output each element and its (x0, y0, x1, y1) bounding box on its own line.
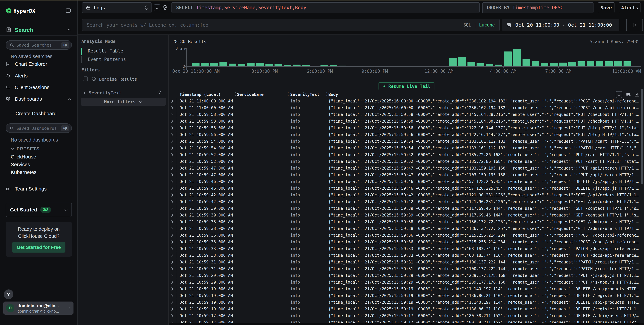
column-header-severitytext[interactable]: SeverityText (290, 92, 325, 97)
histogram-bar[interactable] (274, 64, 282, 66)
row-expand-chevron-icon[interactable] (171, 193, 175, 197)
row-expand-chevron-icon[interactable] (171, 146, 175, 150)
row-expand-chevron-icon[interactable] (171, 132, 175, 137)
row-expand-chevron-icon[interactable] (171, 173, 175, 177)
histogram-bar[interactable] (330, 65, 337, 66)
row-expand-chevron-icon[interactable] (171, 314, 175, 318)
histogram-bar[interactable] (476, 63, 484, 66)
table-row[interactable]: Oct 21 10:59:36.000 AM info {"time_local… (169, 232, 644, 239)
create-dashboard-button[interactable]: Create Dashboard (6, 111, 72, 117)
table-row[interactable]: Oct 21 10:59:38.000 AM info {"time_local… (169, 225, 644, 232)
source-select[interactable]: Logs (82, 2, 152, 13)
vertical-scrollbar[interactable] (641, 89, 643, 184)
histogram-bar[interactable] (624, 61, 631, 66)
histogram-bars[interactable] (191, 49, 641, 66)
column-resize-handle[interactable]: ⋮ (286, 92, 288, 96)
table-row[interactable]: Oct 21 10:59:46.000 AM info {"time_local… (169, 185, 644, 192)
table-row[interactable]: Oct 21 10:59:36.000 AM info {"time_local… (169, 239, 644, 245)
row-expand-chevron-icon[interactable] (171, 179, 175, 184)
histogram-bar[interactable] (614, 61, 622, 66)
save-button[interactable]: Save (598, 2, 614, 13)
severity-filter-group[interactable]: SeverityText (83, 89, 164, 96)
histogram-bar[interactable] (486, 64, 493, 66)
run-query-button[interactable] (626, 19, 643, 31)
table-row[interactable]: Oct 21 10:59:31.000 AM info {"time_local… (169, 266, 644, 272)
sidebar-item-chart-explorer[interactable]: Chart Explorer (0, 61, 77, 69)
table-row[interactable]: Oct 21 10:59:54.000 AM info {"time_local… (169, 145, 644, 151)
table-row[interactable]: Oct 21 10:59:29.000 AM info {"time_local… (169, 272, 644, 279)
row-expand-chevron-icon[interactable] (171, 159, 175, 164)
table-row[interactable]: Oct 21 10:59:42.000 AM info {"time_local… (169, 192, 644, 198)
histogram-bar[interactable] (256, 63, 264, 66)
pin-icon[interactable] (156, 90, 162, 95)
analysis-mode-event-patterns[interactable]: Event Patterns (82, 55, 162, 64)
column-resize-handle[interactable]: ⋮ (325, 92, 326, 96)
row-expand-chevron-icon[interactable] (171, 112, 175, 117)
histogram-bar[interactable] (541, 63, 548, 66)
row-expand-chevron-icon[interactable] (171, 233, 175, 238)
view-source-icon[interactable] (616, 91, 622, 98)
alerts-button[interactable]: Alerts (619, 2, 640, 13)
histogram-bar[interactable] (293, 64, 300, 66)
row-expand-chevron-icon[interactable] (171, 99, 175, 103)
sidebar-item-services[interactable]: Services (11, 162, 30, 167)
more-filters-button[interactable]: More filters (81, 98, 166, 106)
histogram-bar[interactable] (449, 58, 456, 66)
row-expand-chevron-icon[interactable] (171, 267, 175, 271)
lucene-search-input[interactable]: Search your events w/ Lucene ex. column:… (82, 19, 500, 31)
table-row[interactable]: Oct 21 10:59:19.000 AM info {"time_local… (169, 299, 644, 306)
table-row[interactable]: Oct 21 10:59:42.000 AM info {"time_local… (169, 198, 644, 205)
row-expand-chevron-icon[interactable] (171, 300, 175, 305)
row-expand-chevron-icon[interactable] (171, 247, 175, 251)
table-row[interactable]: Oct 21 10:59:39.000 AM info {"time_local… (169, 205, 644, 212)
table-row[interactable]: Oct 21 10:59:31.000 AM info {"time_local… (169, 259, 644, 266)
sidebar-item-alerts[interactable]: Alerts (0, 73, 77, 80)
histogram-bar[interactable] (522, 59, 530, 66)
histogram-bar[interactable] (559, 62, 567, 66)
saved-dashboards-input[interactable]: Saved Dashboards ⌘K (6, 123, 72, 133)
row-expand-chevron-icon[interactable] (171, 260, 175, 264)
analysis-mode-results-table[interactable]: Results Table (82, 47, 162, 55)
row-expand-chevron-icon[interactable] (171, 307, 175, 311)
table-row[interactable]: Oct 21 10:59:47.000 AM info {"time_local… (169, 165, 644, 172)
row-expand-chevron-icon[interactable] (171, 226, 175, 231)
column-header-body[interactable]: Body (328, 92, 640, 97)
table-row[interactable]: Oct 21 10:59:46.000 AM info {"time_local… (169, 178, 644, 185)
denoise-checkbox[interactable] (83, 76, 88, 81)
histogram-bar[interactable] (192, 63, 200, 66)
table-row[interactable]: Oct 21 10:59:19.000 AM info {"time_local… (169, 306, 644, 313)
histogram-bar[interactable] (587, 61, 594, 66)
table-row[interactable]: Oct 21 10:59:47.000 AM info {"time_local… (169, 172, 644, 178)
row-expand-chevron-icon[interactable] (171, 186, 175, 191)
row-expand-chevron-icon[interactable] (171, 273, 175, 278)
histogram-bar[interactable] (210, 63, 218, 66)
table-row[interactable]: Oct 21 10:59:33.000 AM info {"time_local… (169, 245, 644, 252)
histogram-bar[interactable] (504, 51, 512, 66)
histogram-bar[interactable] (266, 64, 273, 66)
download-icon[interactable] (634, 91, 641, 97)
resume-live-tail-button[interactable]: Resume Live Tail (378, 82, 434, 90)
row-expand-chevron-icon[interactable] (171, 139, 175, 144)
histogram-bar[interactable] (238, 64, 246, 66)
order-by-input[interactable]: ORDER BY TimestampTime DESC (482, 2, 594, 13)
sidebar-item-kubernetes[interactable]: Kubernetes (11, 169, 36, 175)
histogram-bar[interactable] (247, 63, 254, 66)
row-expand-chevron-icon[interactable] (171, 153, 175, 157)
get-started-toggle[interactable]: Get Started 3/3 (6, 203, 72, 217)
table-row[interactable]: Oct 21 10:59:52.000 AM info {"time_local… (169, 151, 644, 158)
sidebar-item-search[interactable]: Search (6, 27, 73, 33)
histogram-bar[interactable] (532, 61, 539, 66)
row-expand-chevron-icon[interactable] (171, 166, 175, 170)
histogram-bar[interactable] (220, 62, 227, 66)
table-row[interactable]: Oct 21 10:59:17.000 AM info {"time_local… (169, 313, 644, 319)
column-header-servicename[interactable]: ServiceName (237, 92, 286, 97)
histogram-bar[interactable] (495, 64, 502, 66)
table-row[interactable]: Oct 21 10:59:52.000 AM info {"time_local… (169, 158, 644, 165)
table-row[interactable]: Oct 21 11:00:00.000 AM info {"time_local… (169, 104, 644, 111)
language-toggle-lucene[interactable]: Lucene (479, 22, 495, 27)
histogram-bar[interactable] (468, 62, 475, 66)
table-row[interactable]: Oct 21 10:59:33.000 AM info {"time_local… (169, 252, 644, 259)
histogram-bar[interactable] (596, 61, 604, 66)
column-header-timestamp[interactable]: Timestamp (Local) (180, 92, 234, 97)
denoise-results-toggle[interactable]: Denoise Results (83, 76, 164, 82)
